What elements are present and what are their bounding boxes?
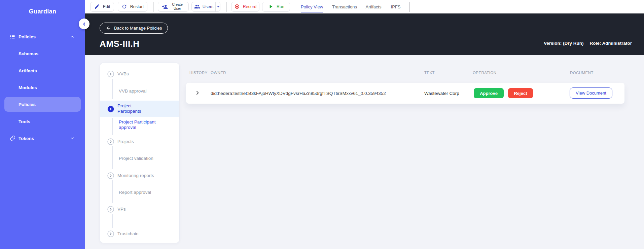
sidebar-item-modules[interactable]: Modules <box>0 83 85 92</box>
column-header-operation: OPERATION <box>473 71 496 75</box>
edit-button[interactable]: Edit <box>90 2 114 12</box>
tree-item-projects[interactable]: Projects <box>117 139 134 144</box>
circle-chevron-icon[interactable] <box>107 206 114 213</box>
sidebar: Guardian Policies Schemas Artifacts Modu… <box>0 0 85 249</box>
reject-button[interactable]: Reject <box>508 88 533 98</box>
owner-did: did:hedera:testnet:B3kFAjoHWtyXDVdgFvsrH… <box>211 91 386 96</box>
caret-down-icon <box>216 4 221 9</box>
toolbar-divider <box>409 2 409 12</box>
chevron-down-icon <box>70 136 75 141</box>
list-icon <box>9 34 15 40</box>
tab-policy-view[interactable]: Policy View <box>301 4 323 12</box>
coins-icon <box>9 135 15 141</box>
tree-item-project-participant-approval[interactable]: Project Participant approval <box>119 119 161 130</box>
tree-item-vvb-approval[interactable]: VVB approval <box>119 88 147 94</box>
sidebar-item-schemas[interactable]: Schemas <box>0 49 85 58</box>
tree-connector <box>112 146 113 169</box>
sidebar-section-policies[interactable]: Policies <box>0 32 85 41</box>
content-area: VVBs VVB approval Project Participants P… <box>85 55 644 249</box>
circle-chevron-icon[interactable] <box>107 71 114 77</box>
row-text: Wastewater Corp <box>424 91 459 96</box>
users-dropdown-toggle[interactable] <box>215 2 221 11</box>
restart-button[interactable]: Restart <box>118 2 147 12</box>
toolbar-divider <box>153 2 153 12</box>
expand-row-button[interactable] <box>195 90 200 96</box>
table-row: did:hedera:testnet:B3kFAjoHWtyXDVdgFvsrH… <box>186 83 624 104</box>
tree-connector <box>112 214 113 228</box>
sidebar-section-label: Tokens <box>19 136 34 141</box>
tab-artifacts[interactable]: Artifacts <box>366 4 382 12</box>
toolbar-divider <box>226 2 226 12</box>
approve-button[interactable]: Approve <box>474 88 504 98</box>
tree-item-monitoring-reports[interactable]: Monitoring reports <box>117 173 154 178</box>
record-icon <box>234 4 240 10</box>
sidebar-section-label: Policies <box>19 34 36 39</box>
app-logo: Guardian <box>0 8 85 15</box>
record-button[interactable]: Record <box>231 2 259 12</box>
circle-chevron-icon-selected[interactable] <box>107 106 114 112</box>
users-icon <box>194 4 200 10</box>
tree-item-trustchain[interactable]: Trustchain <box>117 231 139 237</box>
toolbar: Edit Restart Create User Users <box>85 0 644 13</box>
play-icon <box>268 4 274 10</box>
tree-item-report-approval[interactable]: Report approval <box>119 190 151 195</box>
back-to-manage-policies-button[interactable]: Back to Manage Policies <box>100 23 168 34</box>
chevron-up-icon <box>70 34 75 39</box>
tab-ipfs[interactable]: IPFS <box>391 4 401 12</box>
page-title: AMS-III.H <box>100 39 140 49</box>
column-header-document: DOCUMENT <box>570 71 594 75</box>
circle-chevron-icon[interactable] <box>107 230 114 237</box>
column-header-text: TEXT <box>424 71 435 75</box>
user-plus-icon <box>162 4 168 10</box>
circle-chevron-icon[interactable] <box>107 138 114 145</box>
sidebar-collapse-button[interactable] <box>79 19 90 29</box>
policy-step-tree: VVBs VVB approval Project Participants P… <box>100 63 180 243</box>
tree-connector <box>112 118 113 135</box>
sidebar-section-tokens[interactable]: Tokens <box>0 134 85 143</box>
tree-item-vvbs[interactable]: VVBs <box>117 71 129 77</box>
run-button[interactable]: Run <box>262 2 290 12</box>
tree-item-vps[interactable]: VPs <box>117 207 126 212</box>
tree-item-project-participants[interactable]: Project Participants <box>117 103 149 114</box>
role-label: Role: Administrator <box>589 41 632 46</box>
tree-connector <box>112 79 113 99</box>
tab-transactions[interactable]: Transactions <box>332 4 357 12</box>
create-user-button[interactable]: Create User <box>158 2 189 12</box>
circle-chevron-icon[interactable] <box>107 172 114 179</box>
main-area: Edit Restart Create User Users <box>85 0 644 249</box>
tree-item-project-validation[interactable]: Project validation <box>119 156 153 161</box>
arrow-left-icon <box>106 26 111 31</box>
column-header-history: HISTORY <box>189 71 208 75</box>
pencil-icon <box>94 4 100 10</box>
column-header-owner: OWNER <box>211 71 226 75</box>
users-button-main[interactable]: Users <box>191 2 216 11</box>
version-label: Version: (Dry Run) <box>544 41 584 46</box>
chevron-left-icon <box>82 22 87 27</box>
sidebar-item-policies[interactable]: Policies <box>0 100 85 109</box>
policy-header: Back to Manage Policies AMS-III.H Versio… <box>85 13 644 55</box>
sidebar-item-artifacts[interactable]: Artifacts <box>0 66 85 75</box>
view-document-button[interactable]: View Document <box>570 87 612 99</box>
restart-icon <box>121 4 128 10</box>
tree-connector <box>112 180 113 203</box>
sidebar-item-tools[interactable]: Tools <box>0 117 85 126</box>
users-button[interactable]: Users <box>191 2 220 12</box>
